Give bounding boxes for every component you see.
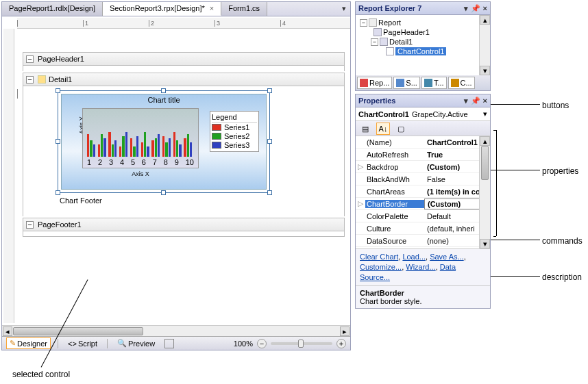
property-row[interactable]: AutoRefreshTrue [356,149,490,161]
pin-icon[interactable]: 📌 [471,4,480,13]
vertical-ruler [3,29,14,323]
close-icon[interactable]: × [483,97,487,105]
collapse-icon[interactable]: − [26,55,34,63]
command-link[interactable]: Load... [402,253,426,261]
command-link[interactable]: Clear Chart [360,253,398,261]
tab-icon [360,79,368,87]
pageheader-body[interactable] [23,66,345,71]
chart-control-selected[interactable]: Chart title Axis Y 12345678910 Axis X Le… [58,90,270,193]
explorer-tab-s[interactable]: S... [393,77,420,89]
scroll-left-icon[interactable]: ◂ [3,327,12,336]
section-label: PageFooter1 [38,220,82,229]
alphabetical-button[interactable]: A↓ [376,123,390,135]
explorer-tree[interactable]: − Report PageHeader1 − Detail1 ChartCont… [356,15,490,75]
explorer-tab-report[interactable]: Rep... [357,77,392,89]
annotation-selected-control: selected control [12,370,70,379]
grid-toggle[interactable] [162,338,177,349]
explorer-tab-strip: Rep... S... T... C... [356,75,490,90]
grid-icon [164,339,174,348]
collapse-icon[interactable]: − [26,221,34,229]
scrollbar-thumb[interactable] [481,146,489,180]
property-grid[interactable]: ▴ ▾ (Name)ChartControl1AutoRefreshTrue▷B… [356,136,490,248]
categorized-button[interactable]: ▤ [358,123,372,135]
zoom-out-button[interactable]: − [257,339,267,348]
expand-icon[interactable]: − [371,38,378,46]
description-title: ChartBorder [360,289,486,297]
property-row[interactable]: DataSource(none) [356,235,490,247]
preview-tab[interactable]: 🔍 Preview [114,338,158,348]
tab-label: SectionReport3.rpx[Design]* [110,4,205,12]
x-ticks: 12345678910 [87,158,194,166]
window-dropdown-icon[interactable]: ▾ [464,97,468,105]
annotation-properties: properties [542,166,578,176]
section-icon [373,28,382,36]
tab-overflow-dropdown[interactable]: ▾ [338,2,350,16]
command-link[interactable]: Customize... [360,263,402,271]
tab-form1[interactable]: Form1.cs [221,2,267,16]
report-explorer-header[interactable]: Report Explorer 7 ▾ 📌 × [356,2,490,15]
zoom-in-button[interactable]: + [336,339,346,348]
scroll-down-icon[interactable]: ▾ [480,239,490,248]
property-scrollbar[interactable]: ▴ ▾ [479,136,490,248]
detail-body[interactable]: ✥ Chart title Axis Y 12345678910 Axis X [23,86,345,216]
report-canvas[interactable]: − PageHeader1 − Detail1 ✥ Chart title Ax… [17,30,350,323]
axis-x-label: Axis X [83,170,198,177]
scroll-right-icon[interactable]: ▸ [340,327,350,336]
scroll-up-icon[interactable]: ▴ [480,136,490,146]
tree-scrollbar[interactable]: ▴ ▾ [479,15,490,75]
pagefooter-section-bar[interactable]: − PageFooter1 [23,218,345,231]
chart-plot: 12345678910 Axis X [82,108,199,168]
window-dropdown-icon[interactable]: ▾ [464,4,468,13]
explorer-tab-c[interactable]: C... [448,77,475,89]
property-row[interactable]: (Name)ChartControl1 [356,136,490,149]
property-row[interactable]: ChartAreas(1 item(s) in co [356,185,490,198]
collapse-icon[interactable]: − [26,76,34,84]
property-row[interactable]: ▷ChartBorder(Custom)▾ [356,198,490,210]
annotation-commands: commands [542,236,583,246]
properties-panel: Properties ▾ 📌 × ChartControl1 GrapeCity… [355,94,491,309]
close-icon[interactable]: × [483,4,487,13]
slider-thumb[interactable] [298,340,304,348]
close-icon[interactable]: × [210,4,214,12]
scroll-down-icon[interactable]: ▾ [480,66,490,75]
command-link[interactable]: Save As... [430,253,464,261]
scroll-up-icon[interactable]: ▴ [480,15,490,25]
property-pages-button[interactable]: ▢ [394,123,408,135]
ruler-mark: 4 [280,20,286,27]
zoom-slider[interactable] [271,342,332,345]
explorer-tab-t[interactable]: T... [421,77,447,89]
tree-node-pageheader[interactable]: PageHeader1 [383,28,430,36]
properties-toolbar: ▤ A↓ ▢ [356,121,490,136]
horizontal-ruler: 1 2 3 4 [17,18,350,29]
chart-footer: Chart Footer [60,196,102,205]
properties-header[interactable]: Properties ▾ 📌 × [356,94,490,107]
property-row[interactable]: ▷Backdrop(Custom) [356,161,490,173]
property-row[interactable]: ColorPaletteDefault [356,210,490,222]
designer-tab[interactable]: ✎ Designer [6,337,51,349]
tab-icon [424,79,432,87]
property-row[interactable]: Culture(default, inheri [356,222,490,235]
properties-object-selector[interactable]: ChartControl1 GrapeCity.Active ▾ [356,107,490,121]
dropdown-icon[interactable]: ▾ [483,110,487,118]
annotation-buttons: buttons [542,101,569,110]
bar-series [87,116,194,157]
tree-node-report[interactable]: Report [378,18,401,27]
pin-icon[interactable]: 📌 [471,97,480,105]
tab-pagereport[interactable]: PageReport1.rdlx[Design] [2,2,103,16]
script-tab[interactable]: <> Script [65,339,100,348]
horizontal-scrollbar[interactable]: ◂ ▸ [2,325,350,336]
tab-sectionreport[interactable]: SectionReport3.rpx[Design]* × [103,2,221,16]
detail-section-bar[interactable]: − Detail1 [23,73,345,86]
pagefooter-body[interactable] [23,231,345,237]
expand-icon[interactable]: − [360,19,367,27]
legend-title: Legend [212,113,257,123]
move-handle-icon[interactable]: ✥ [17,89,18,99]
tree-node-chartcontrol[interactable]: ChartControl1 [395,47,446,55]
pageheader-section-bar[interactable]: − PageHeader1 [23,52,345,66]
property-row[interactable]: BlackAndWhFalse [356,173,490,185]
tree-node-detail[interactable]: Detail1 [389,38,413,46]
section-label: Detail1 [49,75,72,84]
annotation-description: description [542,272,582,282]
scrollbar-thumb[interactable] [13,327,143,335]
command-link[interactable]: Wizard... [406,263,435,271]
